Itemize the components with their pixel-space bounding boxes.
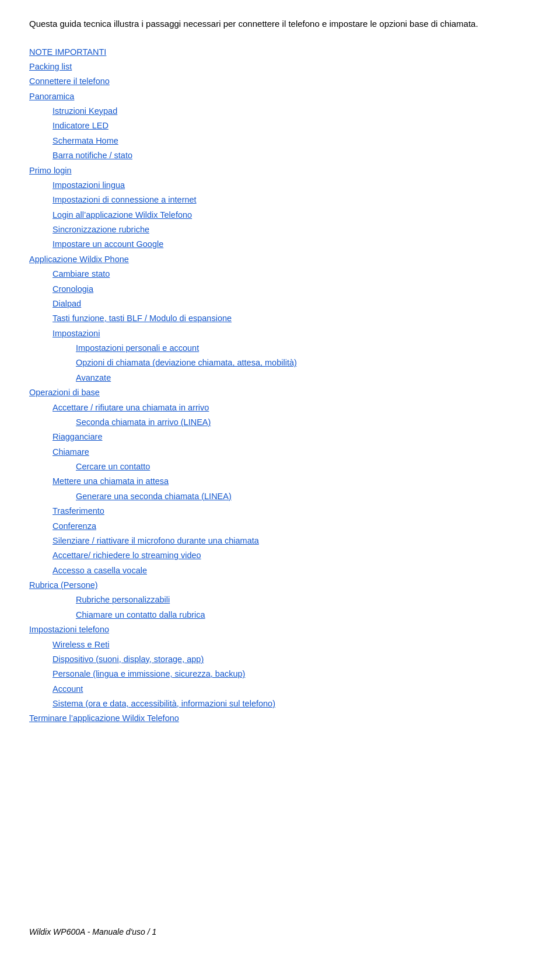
toc-link[interactable]: Schermata Home [52, 136, 118, 145]
toc-link[interactable]: Sincronizzazione rubriche [52, 225, 149, 234]
toc-item[interactable]: Tasti funzione, tasti BLF / Modulo di es… [52, 311, 531, 326]
toc-link[interactable]: Seconda chiamata in arrivo (LINEA) [76, 417, 211, 427]
toc-item[interactable]: Operazioni di base [29, 385, 531, 400]
toc-item[interactable]: Dispositivo (suoni, display, storage, ap… [52, 652, 531, 667]
toc-link[interactable]: Rubriche personalizzabili [76, 595, 170, 604]
toc-link[interactable]: Connettere il telefono [29, 76, 110, 86]
toc-link[interactable]: Mettere una chiamata in attesa [52, 476, 169, 486]
toc-item[interactable]: Personale (lingua e immissione, sicurezz… [52, 667, 531, 681]
toc-item[interactable]: Riagganciare [52, 430, 531, 444]
toc-link[interactable]: Personale (lingua e immissione, sicurezz… [52, 669, 245, 678]
toc-link[interactable]: Wireless e Reti [52, 640, 110, 649]
toc-item[interactable]: Chiamare un contatto dalla rubrica [76, 608, 531, 622]
toc-link[interactable]: Riagganciare [52, 432, 102, 441]
toc-link[interactable]: Barra notifiche / stato [52, 151, 132, 160]
toc-item[interactable]: Schermata Home [52, 134, 531, 148]
toc-item[interactable]: Accettare/ richiedere lo streaming video [52, 548, 531, 563]
toc-item[interactable]: Cambiare stato [52, 267, 531, 281]
toc-link[interactable]: Operazioni di base [29, 388, 100, 397]
toc-link[interactable]: Accettare / rifiutare una chiamata in ar… [52, 403, 209, 412]
toc-item[interactable]: Istruzioni Keypad [52, 104, 531, 119]
toc-link[interactable]: Panoramica [29, 92, 74, 101]
toc-link[interactable]: Silenziare / riattivare il microfono dur… [52, 536, 259, 545]
toc-item[interactable]: Avanzate [76, 371, 531, 385]
toc-link[interactable]: Accesso a casella vocale [52, 566, 147, 575]
toc-link[interactable]: Applicazione Wildix Phone [29, 255, 129, 264]
toc-link[interactable]: NOTE IMPORTANTI [29, 47, 106, 57]
toc-link[interactable]: Cambiare stato [52, 269, 110, 278]
toc-item[interactable]: Impostazioni lingua [52, 178, 531, 193]
toc-link[interactable]: Trasferimento [52, 506, 104, 516]
toc-item[interactable]: Silenziare / riattivare il microfono dur… [52, 534, 531, 548]
toc-item[interactable]: Rubrica (Persone) [29, 578, 531, 593]
toc-item[interactable]: Chiamare [52, 445, 531, 459]
toc-item[interactable]: Dialpad [52, 297, 531, 311]
toc-item[interactable]: Impostazioni [52, 326, 531, 341]
toc-item[interactable]: Conferenza [52, 519, 531, 534]
toc-link[interactable]: Impostazioni personali e account [76, 343, 199, 353]
toc-link[interactable]: Tasti funzione, tasti BLF / Modulo di es… [52, 314, 232, 323]
toc-item[interactable]: Panoramica [29, 89, 531, 104]
intro-text: Questa guida tecnica illustra i passaggi… [29, 18, 531, 31]
toc-item[interactable]: Packing list [29, 60, 531, 74]
toc-item[interactable]: Primo login [29, 163, 531, 178]
toc-link[interactable]: Account [52, 684, 83, 694]
toc-item[interactable]: Sistema (ora e data, accessibilità, info… [52, 697, 531, 711]
toc-link[interactable]: Accettare/ richiedere lo streaming video [52, 551, 201, 560]
toc-link[interactable]: Impostazioni lingua [52, 180, 125, 190]
toc-item[interactable]: Sincronizzazione rubriche [52, 222, 531, 237]
toc-link[interactable]: Cercare un contatto [76, 462, 150, 471]
table-of-contents: NOTE IMPORTANTIPacking listConnettere il… [29, 45, 531, 726]
toc-item[interactable]: Mettere una chiamata in attesa [52, 474, 531, 489]
toc-item[interactable]: Impostare un account Google [52, 237, 531, 252]
toc-item[interactable]: Terminare l’applicazione Wildix Telefono [29, 711, 531, 726]
toc-item[interactable]: Wireless e Reti [52, 638, 531, 652]
toc-item[interactable]: Connettere il telefono [29, 74, 531, 89]
toc-link[interactable]: Login all’applicazione Wildix Telefono [52, 210, 192, 220]
toc-item[interactable]: Cronologia [52, 282, 531, 297]
toc-item[interactable]: Impostazioni personali e account [76, 341, 531, 356]
toc-item[interactable]: Barra notifiche / stato [52, 148, 531, 163]
toc-item[interactable]: Accesso a casella vocale [52, 563, 531, 578]
toc-item[interactable]: Generare una seconda chiamata (LINEA) [76, 489, 531, 504]
toc-link[interactable]: Cronologia [52, 284, 93, 294]
toc-item[interactable]: Accettare / rifiutare una chiamata in ar… [52, 401, 531, 415]
toc-link[interactable]: Istruzioni Keypad [52, 106, 117, 116]
toc-item[interactable]: Account [52, 682, 531, 697]
toc-item[interactable]: Trasferimento [52, 504, 531, 518]
footer-text: Wildix WP600A - Manuale d'uso / 1 [29, 927, 156, 936]
toc-item[interactable]: Opzioni di chiamata (deviazione chiamata… [76, 356, 531, 370]
toc-link[interactable]: Impostazioni telefono [29, 625, 109, 634]
toc-item[interactable]: Impostazioni di connessione a internet [52, 193, 531, 207]
toc-link[interactable]: Sistema (ora e data, accessibilità, info… [52, 699, 275, 708]
toc-link[interactable]: Dialpad [52, 299, 81, 308]
toc-link[interactable]: Avanzate [76, 373, 111, 382]
toc-item[interactable]: Impostazioni telefono [29, 622, 531, 637]
toc-link[interactable]: Rubrica (Persone) [29, 580, 98, 590]
toc-link[interactable]: Dispositivo (suoni, display, storage, ap… [52, 654, 204, 664]
toc-item[interactable]: Seconda chiamata in arrivo (LINEA) [76, 415, 531, 430]
toc-link[interactable]: Indicatore LED [52, 121, 108, 130]
toc-item[interactable]: Indicatore LED [52, 119, 531, 133]
toc-link[interactable]: Impostazioni [52, 329, 100, 338]
toc-link[interactable]: Terminare l’applicazione Wildix Telefono [29, 713, 179, 723]
toc-item[interactable]: NOTE IMPORTANTI [29, 45, 531, 60]
toc-link[interactable]: Impostare un account Google [52, 239, 163, 249]
toc-link[interactable]: Opzioni di chiamata (deviazione chiamata… [76, 358, 297, 367]
toc-link[interactable]: Impostazioni di connessione a internet [52, 195, 197, 204]
toc-link[interactable]: Conferenza [52, 521, 96, 531]
toc-item[interactable]: Login all’applicazione Wildix Telefono [52, 208, 531, 222]
toc-link[interactable]: Chiamare [52, 447, 89, 457]
toc-item[interactable]: Cercare un contatto [76, 459, 531, 474]
toc-link[interactable]: Chiamare un contatto dalla rubrica [76, 610, 205, 619]
toc-item[interactable]: Applicazione Wildix Phone [29, 252, 531, 267]
toc-item[interactable]: Rubriche personalizzabili [76, 593, 531, 607]
toc-link[interactable]: Packing list [29, 62, 72, 71]
toc-link[interactable]: Primo login [29, 166, 72, 175]
toc-link[interactable]: Generare una seconda chiamata (LINEA) [76, 492, 232, 501]
